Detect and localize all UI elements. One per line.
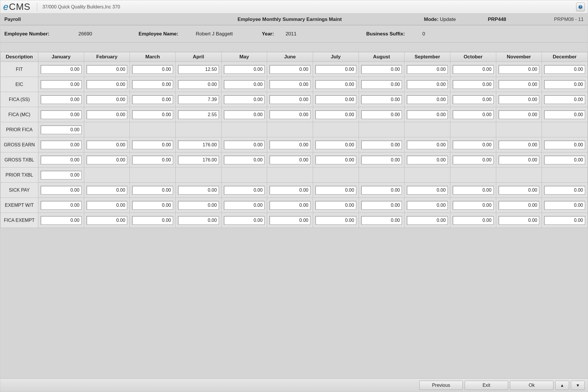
amount-input[interactable] — [407, 201, 448, 210]
amount-input[interactable] — [178, 201, 219, 210]
amount-input[interactable] — [315, 201, 356, 210]
amount-input[interactable] — [224, 65, 265, 74]
amount-input[interactable] — [178, 95, 219, 104]
amount-input[interactable] — [224, 110, 265, 119]
scroll-up-button[interactable]: ▲ — [555, 381, 569, 390]
amount-input[interactable] — [499, 156, 540, 164]
amount-input[interactable] — [269, 110, 310, 119]
amount-input[interactable] — [361, 201, 402, 210]
amount-input[interactable] — [453, 216, 494, 225]
amount-input[interactable] — [41, 80, 82, 89]
amount-input[interactable] — [315, 110, 356, 119]
amount-input[interactable] — [361, 95, 402, 104]
amount-input[interactable] — [407, 65, 448, 74]
amount-input[interactable] — [499, 216, 540, 225]
amount-input[interactable] — [132, 80, 173, 89]
amount-input[interactable] — [224, 95, 265, 104]
amount-input[interactable] — [544, 65, 585, 74]
amount-input[interactable] — [132, 156, 173, 164]
amount-input[interactable] — [41, 110, 82, 119]
amount-input[interactable] — [224, 141, 265, 149]
amount-input[interactable] — [269, 216, 310, 225]
amount-input[interactable] — [499, 141, 540, 149]
amount-input[interactable] — [499, 201, 540, 210]
amount-input[interactable] — [544, 186, 585, 195]
amount-input[interactable] — [269, 201, 310, 210]
amount-input[interactable] — [407, 156, 448, 164]
amount-input[interactable] — [269, 141, 310, 149]
amount-input[interactable] — [499, 65, 540, 74]
amount-input[interactable] — [87, 186, 127, 195]
amount-input[interactable] — [544, 141, 585, 149]
amount-input[interactable] — [407, 80, 448, 89]
amount-input[interactable] — [224, 156, 265, 164]
amount-input[interactable] — [361, 110, 402, 119]
amount-input[interactable] — [132, 201, 173, 210]
amount-input[interactable] — [178, 216, 219, 225]
amount-input[interactable] — [178, 80, 219, 89]
amount-input[interactable] — [41, 156, 82, 164]
amount-input[interactable] — [361, 80, 402, 89]
amount-input[interactable] — [453, 65, 494, 74]
amount-input[interactable] — [41, 141, 82, 149]
amount-input[interactable] — [224, 216, 265, 225]
amount-input[interactable] — [315, 141, 356, 149]
amount-input[interactable] — [453, 156, 494, 164]
amount-input[interactable] — [453, 110, 494, 119]
amount-input[interactable] — [178, 156, 219, 164]
amount-input[interactable] — [407, 186, 448, 195]
amount-input[interactable] — [41, 216, 82, 225]
amount-input[interactable] — [361, 216, 402, 225]
amount-input[interactable] — [132, 141, 173, 149]
amount-input[interactable] — [453, 95, 494, 104]
amount-input[interactable] — [315, 80, 356, 89]
amount-input[interactable] — [361, 186, 402, 195]
amount-input[interactable] — [87, 141, 127, 149]
amount-input[interactable] — [178, 110, 219, 119]
amount-input[interactable] — [453, 201, 494, 210]
amount-input[interactable] — [41, 201, 82, 210]
amount-input[interactable] — [41, 171, 82, 179]
amount-input[interactable] — [407, 95, 448, 104]
amount-input[interactable] — [407, 141, 448, 149]
amount-input[interactable] — [544, 156, 585, 164]
amount-input[interactable] — [315, 156, 356, 164]
amount-input[interactable] — [132, 216, 173, 225]
amount-input[interactable] — [41, 65, 82, 74]
amount-input[interactable] — [269, 156, 310, 164]
amount-input[interactable] — [499, 186, 540, 195]
amount-input[interactable] — [269, 65, 310, 74]
amount-input[interactable] — [269, 80, 310, 89]
amount-input[interactable] — [361, 141, 402, 149]
amount-input[interactable] — [178, 186, 219, 195]
amount-input[interactable] — [315, 95, 356, 104]
amount-input[interactable] — [361, 65, 402, 74]
amount-input[interactable] — [407, 216, 448, 225]
amount-input[interactable] — [315, 186, 356, 195]
amount-input[interactable] — [544, 216, 585, 225]
amount-input[interactable] — [224, 80, 265, 89]
amount-input[interactable] — [544, 95, 585, 104]
amount-input[interactable] — [269, 95, 310, 104]
amount-input[interactable] — [224, 201, 265, 210]
amount-input[interactable] — [87, 65, 127, 74]
exit-button[interactable]: Exit — [465, 381, 508, 390]
amount-input[interactable] — [41, 95, 82, 104]
amount-input[interactable] — [41, 125, 82, 134]
amount-input[interactable] — [407, 110, 448, 119]
amount-input[interactable] — [87, 110, 127, 119]
amount-input[interactable] — [315, 65, 356, 74]
amount-input[interactable] — [132, 95, 173, 104]
amount-input[interactable] — [453, 141, 494, 149]
amount-input[interactable] — [499, 95, 540, 104]
amount-input[interactable] — [87, 216, 127, 225]
amount-input[interactable] — [87, 95, 127, 104]
amount-input[interactable] — [315, 216, 356, 225]
amount-input[interactable] — [544, 201, 585, 210]
scroll-down-button[interactable]: ▼ — [571, 381, 585, 390]
previous-button[interactable]: Previous — [419, 381, 463, 390]
ok-button[interactable]: Ok — [510, 381, 553, 390]
amount-input[interactable] — [132, 65, 173, 74]
amount-input[interactable] — [544, 80, 585, 89]
amount-input[interactable] — [132, 110, 173, 119]
